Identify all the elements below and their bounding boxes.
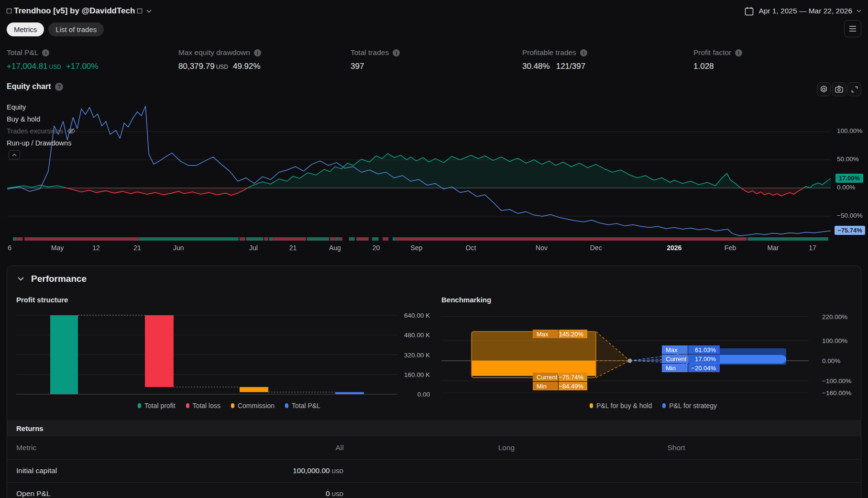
eye-off-icon (67, 128, 76, 134)
chip-value: −75.74% (559, 373, 587, 381)
legend-label: Commission (238, 402, 275, 409)
y-axis-label: 100.00% (822, 337, 847, 344)
table-row: Initial capital100,000.00USD (7, 459, 861, 483)
strip-segment-drawdown (383, 237, 388, 241)
strategy-tester-page: □ Trendhoo [v5] by @DaviddTech □ Apr 1, … (0, 0, 868, 498)
x-tick-label: 12 (92, 244, 100, 252)
chip-value: 61.03% (688, 345, 720, 354)
bar-total-loss (145, 315, 174, 387)
legend-item-equity[interactable]: Equity (7, 102, 26, 112)
row-metric-label: Initial capital (16, 459, 57, 482)
strip-segment-drawdown (338, 237, 342, 241)
y-axis-label: 480.00 K (404, 332, 430, 339)
legend-dot (138, 403, 141, 408)
strip-segment-runup (13, 237, 17, 241)
strip-segment-runup (372, 237, 379, 241)
chip-label: Min (662, 364, 688, 372)
row-value-all: 100,000.00USD (200, 459, 343, 483)
returns-table-header: Metric All Long Short (7, 436, 861, 460)
x-tick-label: Jun (173, 244, 184, 252)
y-axis-label: −100.00% (822, 377, 851, 385)
strip-segment-drawdown (330, 237, 335, 241)
chip-value: −20.04% (688, 364, 720, 372)
strip-segment-runup (139, 237, 239, 241)
x-tick-label: Aug (329, 244, 341, 252)
row-value-number: 0 (326, 489, 330, 498)
returns-title: Returns (16, 424, 44, 432)
chevron-up-icon (12, 154, 17, 156)
x-tick-label: May (51, 244, 64, 252)
strip-segment-runup (335, 237, 338, 241)
y-axis-label: 100.00% (837, 127, 868, 136)
performance-card: Performance Profit structure Benchmarkin… (7, 266, 861, 498)
column-header-short: Short (628, 436, 724, 459)
row-value-unit: USD (332, 468, 343, 474)
row-value-unit: USD (332, 491, 343, 497)
y-axis-label: −50.00% (837, 212, 868, 221)
x-tick-label: 6 (8, 244, 11, 252)
y-axis-label: 320.00 K (404, 352, 430, 359)
strip-segment-drawdown (273, 237, 306, 241)
legend-item-buy-hold[interactable]: Buy & hold (7, 114, 40, 124)
y-axis-label: 0.00% (837, 184, 868, 192)
chip-value: −84.49% (559, 382, 587, 390)
benchmark-chip-st-current: Current 17.00% (662, 354, 720, 363)
buyhold-value-badge: −75.74% (835, 226, 865, 235)
legend-item[interactable]: Commission (231, 402, 275, 409)
benchmark-chip-bh-current: Current −75.74% (533, 373, 587, 381)
x-tick-label: 20 (373, 244, 380, 252)
legend-label: P&L for strategy (669, 402, 717, 409)
legend-label: P&L for buy & hold (596, 402, 652, 409)
legend-item[interactable]: P&L for buy & hold (590, 402, 652, 409)
legend-dot (662, 403, 666, 408)
strip-segment-drawdown (17, 237, 23, 241)
legend-dot (590, 403, 593, 408)
strip-segment-runup (393, 237, 396, 241)
strip-segment-drawdown (356, 237, 369, 241)
legend-dot (231, 403, 234, 408)
legend-item[interactable]: Total P&L (285, 402, 320, 409)
chip-label: Current (662, 354, 688, 363)
x-tick-label: Feb (725, 244, 736, 252)
legend-item[interactable]: Total profit (138, 402, 176, 409)
x-tick-label: Mar (767, 244, 779, 252)
legend-collapse-button[interactable] (9, 150, 20, 159)
x-tick-label: Sep (410, 244, 422, 252)
legend-item[interactable]: P&L for strategy (662, 402, 717, 409)
strip-segment-drawdown (24, 237, 139, 241)
convergence-dot (628, 359, 632, 363)
strip-segment-runup (307, 237, 329, 241)
benchmarking-legend: P&L for buy & holdP&L for strategy (590, 402, 717, 409)
row-value-number: 100,000.00 (293, 466, 330, 475)
chip-value: 17.00% (688, 354, 720, 363)
returns-section-header[interactable]: Returns (7, 420, 861, 436)
benchmark-chip-st-max: Max 61.03% (662, 345, 720, 354)
x-tick-label: 21 (289, 244, 297, 252)
table-row: Open P&L0USD (7, 482, 861, 498)
bar-total-p-l (335, 392, 364, 394)
chip-label: Current (533, 373, 558, 381)
chip-label: Min (533, 382, 558, 390)
benchmark-converge-orange (596, 332, 630, 377)
column-header-metric: Metric (16, 436, 36, 459)
column-header-long: Long (459, 436, 554, 459)
benchmark-chip-bh-min: Min −84.49% (533, 382, 587, 390)
strip-segment-drawdown (264, 237, 268, 241)
legend-item-runup-drawdowns[interactable]: Run-up / Drawdowns (7, 138, 71, 148)
strip-segment-runup (246, 237, 263, 241)
benchmark-chip-bh-max: Max 145.20% (533, 330, 587, 338)
legend-label: Trades excursions (7, 127, 63, 135)
legend-label: Buy & hold (7, 115, 40, 123)
y-axis-label: 220.00% (822, 313, 847, 321)
chip-value: 145.20% (559, 330, 587, 338)
y-axis-label: 0.00 (418, 391, 430, 398)
legend-item[interactable]: Total loss (186, 402, 220, 409)
y-axis-label: 50.00% (837, 155, 868, 164)
x-tick-label: Nov (536, 244, 548, 252)
equity-value-badge: 17.00% (835, 174, 863, 183)
strip-segment-runup (747, 237, 828, 241)
legend-label: Run-up / Drawdowns (7, 139, 71, 147)
legend-item-trades-excursions[interactable]: Trades excursions (7, 126, 76, 136)
legend-dot (285, 403, 288, 408)
profit-structure-legend: Total profitTotal lossCommissionTotal P&… (138, 402, 320, 409)
